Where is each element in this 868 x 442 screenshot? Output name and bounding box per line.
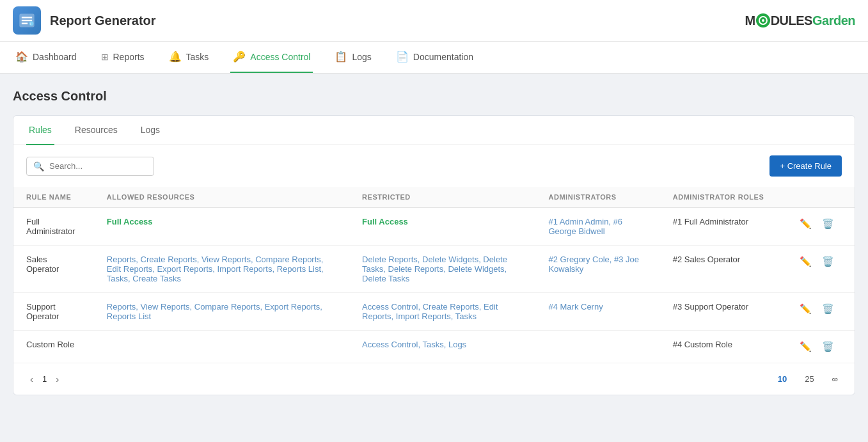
nav-item-tasks[interactable]: 🔔 Tasks	[166, 42, 212, 73]
svg-rect-3	[22, 23, 28, 24]
cell-actions: ✏️ 🗑️	[784, 293, 855, 331]
cell-restricted: Full Access	[349, 208, 535, 246]
edit-rule-button[interactable]: ✏️	[797, 255, 814, 269]
nav-label-logs: Logs	[352, 52, 371, 62]
next-page-button[interactable]: ›	[52, 371, 63, 387]
page-size-all[interactable]: ∞	[828, 373, 842, 385]
col-header-administrators: ADMINISTRATORS	[535, 187, 659, 208]
action-icons: ✏️ 🗑️	[797, 255, 842, 269]
nav-item-dashboard[interactable]: 🏠 Dashboard	[13, 42, 79, 73]
page-size-25[interactable]: 25	[801, 373, 817, 385]
toolbar: 🔍 + Create Rule	[13, 145, 855, 187]
svg-rect-1	[22, 17, 32, 18]
col-header-rule-name: RULE NAME	[13, 187, 94, 208]
cell-restricted: Access Control, Tasks, Logs	[349, 331, 535, 363]
cell-actions: ✏️ 🗑️	[784, 331, 855, 363]
cell-rule-name: Sales Operator	[13, 246, 94, 293]
cell-rule-name: Full Administrator	[13, 208, 94, 246]
logo-circle	[756, 13, 770, 28]
cell-allowed-resources: Reports, Create Reports, View Reports, C…	[94, 246, 349, 293]
edit-rule-button[interactable]: ✏️	[797, 217, 814, 231]
edit-rule-button[interactable]: ✏️	[797, 340, 814, 354]
key-icon: 🔑	[233, 51, 246, 63]
logs-icon: 📋	[335, 51, 347, 63]
cell-admin-roles: #4 Custom Role	[660, 331, 784, 363]
cell-administrators	[535, 331, 659, 363]
delete-rule-button[interactable]: 🗑️	[819, 302, 837, 316]
cell-actions: ✏️ 🗑️	[784, 208, 855, 246]
delete-rule-button[interactable]: 🗑️	[819, 340, 837, 354]
main-card: Rules Resources Logs 🔍 + Create Rule RUL…	[13, 115, 855, 395]
svg-text:i: i	[30, 22, 31, 26]
nav-item-access-control[interactable]: 🔑 Access Control	[230, 42, 313, 73]
nav-label-access-control: Access Control	[250, 52, 310, 62]
cell-administrators: #1 Admin Admin, #6 George Bidwell	[535, 208, 659, 246]
nav-label-dashboard: Dashboard	[33, 52, 77, 62]
table-row: Sales OperatorReports, Create Reports, V…	[13, 246, 855, 293]
nav-label-reports: Reports	[113, 52, 145, 62]
cell-admin-roles: #2 Sales Operator	[660, 246, 784, 293]
table-header: RULE NAME ALLOWED RESOURCES RESTRICTED A…	[13, 187, 855, 208]
col-header-actions	[784, 187, 855, 208]
app-icon: i	[13, 6, 41, 35]
reports-icon: ⊞	[101, 52, 109, 62]
content-area: Access Control Rules Resources Logs 🔍 + …	[0, 74, 868, 411]
nav-label-documentation: Documentation	[413, 52, 473, 62]
pagination-pages: ‹ 1 ›	[26, 371, 764, 387]
nav: 🏠 Dashboard ⊞ Reports 🔔 Tasks 🔑 Access C…	[0, 42, 868, 74]
page-size-10[interactable]: 10	[774, 373, 791, 385]
page-title: Access Control	[13, 89, 855, 104]
cell-admin-roles: #1 Full Administrator	[660, 208, 784, 246]
home-icon: 🏠	[15, 51, 28, 63]
cell-administrators: #2 Gregory Cole, #3 Joe Kowalsky	[535, 246, 659, 293]
cell-rule-name: Custom Role	[13, 331, 94, 363]
cell-allowed-resources: Full Access	[94, 208, 349, 246]
tab-rules[interactable]: Rules	[26, 116, 54, 145]
app-title: Report Generator	[50, 13, 156, 28]
table-body: Full AdministratorFull AccessFull Access…	[13, 208, 855, 363]
cell-rule-name: Support Operator	[13, 293, 94, 331]
edit-rule-button[interactable]: ✏️	[797, 302, 814, 316]
search-box[interactable]: 🔍	[26, 157, 154, 176]
create-rule-button[interactable]: + Create Rule	[769, 155, 842, 177]
logo-circle-icon	[759, 16, 768, 25]
col-header-roles: ADMINISTRATOR ROLES	[660, 187, 784, 208]
nav-label-tasks: Tasks	[186, 52, 209, 62]
delete-rule-button[interactable]: 🗑️	[819, 217, 837, 231]
cell-allowed-resources	[94, 331, 349, 363]
cell-administrators: #4 Mark Cerny	[535, 293, 659, 331]
table-row: Support OperatorReports, View Reports, C…	[13, 293, 855, 331]
col-header-allowed: ALLOWED RESOURCES	[94, 187, 349, 208]
table-row: Custom RoleAccess Control, Tasks, Logs#4…	[13, 331, 855, 363]
svg-rect-2	[22, 20, 32, 21]
nav-item-logs[interactable]: 📋 Logs	[332, 42, 374, 73]
action-icons: ✏️ 🗑️	[797, 340, 842, 354]
cell-actions: ✏️ 🗑️	[784, 246, 855, 293]
bell-icon: 🔔	[169, 51, 182, 63]
search-icon: 🔍	[33, 161, 44, 171]
logo-dules-text: DULES	[771, 13, 812, 28]
logo: M DULES Garden	[745, 13, 856, 28]
col-header-restricted: RESTRICTED	[349, 187, 535, 208]
action-icons: ✏️ 🗑️	[797, 217, 842, 231]
delete-rule-button[interactable]: 🗑️	[819, 255, 837, 269]
rules-table: RULE NAME ALLOWED RESOURCES RESTRICTED A…	[13, 187, 855, 363]
cell-restricted: Delete Reports, Delete Widgets, Delete T…	[349, 246, 535, 293]
action-icons: ✏️ 🗑️	[797, 302, 842, 316]
tab-logs[interactable]: Logs	[138, 116, 162, 145]
cell-restricted: Access Control, Create Reports, Edit Rep…	[349, 293, 535, 331]
nav-item-reports[interactable]: ⊞ Reports	[99, 43, 147, 72]
search-input[interactable]	[49, 161, 147, 171]
doc-icon: 📄	[396, 51, 409, 63]
svg-point-7	[762, 19, 764, 22]
prev-page-button[interactable]: ‹	[26, 371, 37, 387]
cell-admin-roles: #3 Support Operator	[660, 293, 784, 331]
cell-allowed-resources: Reports, View Reports, Compare Reports, …	[94, 293, 349, 331]
header-left: i Report Generator	[13, 6, 156, 35]
header: i Report Generator M DULES Garden	[0, 0, 868, 42]
tab-resources[interactable]: Resources	[72, 116, 120, 145]
app-icon-svg: i	[18, 12, 36, 29]
logo-garden-text: Garden	[812, 13, 855, 28]
nav-item-documentation[interactable]: 📄 Documentation	[393, 42, 476, 73]
current-page: 1	[42, 374, 47, 384]
